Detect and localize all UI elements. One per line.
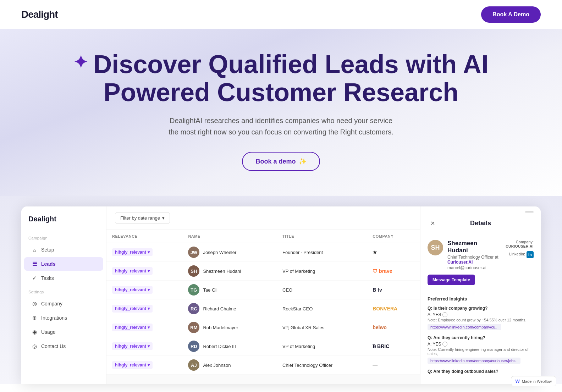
table-row[interactable]: hihgly_relevant ▾ AJ Alex Johnson Chief …: [106, 356, 420, 375]
profile-company-link[interactable]: Curiouser.AI: [447, 260, 473, 265]
company-icon: ◎: [31, 300, 38, 307]
insight-q-2: Q: Are they currently hiring?: [428, 335, 534, 340]
app-window: Dealight Campaign ⌂ Setup ☰ Leads ✓ Task…: [21, 206, 541, 384]
profile-role: Chief Technology Officer at Curiouser.AI: [447, 255, 498, 265]
sidebar-item-leads[interactable]: ☰ Leads: [24, 257, 103, 271]
hero-cta-emoji: ✨: [299, 158, 307, 165]
main-header: Filter by date range ▾: [106, 206, 420, 230]
sidebar-item-integrations[interactable]: ⊕ Integrations: [24, 311, 103, 325]
insight-q-3: Q: Are they doing outbound sales?: [428, 369, 534, 374]
cell-title: Founder · President: [277, 243, 367, 262]
info-icon-1: i: [442, 312, 447, 317]
company-name: ★: [373, 249, 377, 255]
dropdown-icon[interactable]: ▾: [148, 325, 150, 330]
insights-title: Preferred Insights: [428, 296, 534, 302]
table-row[interactable]: hihgly_relevant ▾ JW Joseph Wheeler Foun…: [106, 243, 420, 262]
person-name: Rob Madelmayer: [203, 325, 238, 330]
dropdown-icon[interactable]: ▾: [148, 306, 150, 311]
preferred-insights: Preferred Insights Q: Is their company g…: [420, 291, 541, 384]
dropdown-icon[interactable]: ▾: [148, 287, 150, 292]
table-row[interactable]: hihgly_relevant ▾ RC Richard Chalme Rock…: [106, 299, 420, 318]
message-template-button[interactable]: Message Template: [428, 275, 475, 285]
person-name: Robert Dickie III: [203, 344, 236, 349]
cell-name: RM Rob Madelmayer: [182, 318, 277, 337]
cell-title: CEO: [277, 281, 367, 299]
details-panel: ✕ Details SH Shezmeen Hudani Chief Techn…: [420, 206, 541, 384]
filter-label: Filter by date range: [120, 215, 160, 221]
meta-company-label: Company: CURIOUSER.AI: [503, 240, 534, 248]
dropdown-icon[interactable]: ▾: [148, 363, 150, 368]
details-header: ✕ Details: [420, 212, 541, 234]
webflow-badge: W Made in Webflow: [511, 376, 556, 386]
cell-relevance: hihgly_relevant ▾: [106, 281, 182, 299]
cell-name: RC Richard Chalme: [182, 299, 277, 318]
brand-logo: Dealight: [21, 9, 57, 20]
insight-note-1: Note: Employee count grew by ~54.55% ove…: [428, 318, 534, 322]
sidebar-section-settings: Settings: [21, 286, 106, 296]
table-row[interactable]: hihgly_relevant ▾ TG Tae Gil CEO B tv: [106, 281, 420, 299]
insight-answer-2: A: YES: [428, 342, 441, 347]
cell-relevance: hihgly_relevant ▾: [106, 337, 182, 356]
table-row[interactable]: hihgly_relevant ▾ RD Robert Dickie III V…: [106, 337, 420, 356]
hero-section: ✦ Discover Qualified Leads with AI Power…: [0, 29, 562, 199]
person-name: Tae Gil: [203, 287, 217, 293]
hero-subtitle: DealightAI researches and identifies com…: [28, 115, 534, 138]
details-title: Details: [470, 220, 491, 227]
sidebar-label-leads: Leads: [41, 261, 55, 267]
col-header-relevance: RELEVANCE: [106, 230, 182, 243]
book-demo-button[interactable]: Book A Demo: [481, 6, 541, 23]
company-name: B tv: [373, 287, 382, 293]
person-name: Richard Chalme: [203, 306, 236, 311]
main-content: Filter by date range ▾ RELEVANCE NAME TI…: [106, 206, 420, 384]
cell-title: RockStar CEO: [277, 299, 367, 318]
cell-relevance: hihgly_relevant ▾: [106, 299, 182, 318]
insight-link-2[interactable]: https://www.linkedin.com/company/curlous…: [428, 358, 520, 364]
insight-note-2: Note: Currently hiring engineering manag…: [428, 347, 534, 356]
hero-title-line2: Powered Customer Research: [104, 78, 458, 106]
filter-button[interactable]: Filter by date range ▾: [115, 212, 170, 224]
contact-icon: ◎: [31, 343, 38, 349]
dropdown-icon[interactable]: ▾: [148, 344, 150, 349]
sidebar-label-contact-us: Contact Us: [41, 343, 66, 349]
relevance-badge: hihgly_relevant ▾: [112, 267, 153, 275]
profile-avatar: SH: [428, 240, 443, 255]
sidebar-item-company[interactable]: ◎ Company: [24, 297, 103, 310]
sidebar-item-setup[interactable]: ⌂ Setup: [24, 243, 103, 256]
person-name: Joseph Wheeler: [203, 250, 236, 255]
col-header-company: COMPANY: [367, 230, 420, 243]
company-value-text: CURIOUSER.AI: [506, 244, 534, 248]
person-name: Alex Johnson: [203, 363, 231, 368]
sidebar-item-contact-us[interactable]: ◎ Contact Us: [24, 339, 103, 353]
company-name: 𝐁 BRIC: [373, 343, 389, 349]
hero-cta-button[interactable]: Book a demo ✨: [242, 152, 320, 171]
linkedin-icon[interactable]: in: [527, 251, 534, 258]
insight-link-1[interactable]: https://www.linkedin.com/company/cu...: [428, 324, 501, 330]
close-icon[interactable]: ✕: [428, 218, 437, 228]
sidebar-label-setup: Setup: [41, 247, 54, 253]
row-avatar: SH: [188, 265, 199, 277]
row-avatar: JW: [188, 247, 199, 258]
tasks-icon: ✓: [31, 275, 38, 281]
webflow-logo-icon: W: [516, 379, 520, 384]
table-row[interactable]: hihgly_relevant ▾ SH Shezmeen Hudani VP …: [106, 262, 420, 281]
cell-relevance: hihgly_relevant ▾: [106, 356, 182, 375]
cell-company: 🛡 brave: [367, 262, 420, 281]
col-header-name: NAME: [182, 230, 277, 243]
company-name: belwo: [373, 325, 387, 330]
insight-a-1: A: YES i: [428, 312, 534, 317]
dropdown-icon[interactable]: ▾: [148, 250, 150, 255]
insight-item-3: Q: Are they doing outbound sales?: [428, 369, 534, 374]
row-avatar: AJ: [188, 359, 199, 371]
sidebar-item-usage[interactable]: ◉ Usage: [24, 325, 103, 339]
cell-title: VP of Marketing: [277, 337, 367, 356]
sidebar-item-tasks[interactable]: ✓ Tasks: [24, 271, 103, 285]
cell-name: RD Robert Dickie III: [182, 337, 277, 356]
hero-title-line1: Discover Qualified Leads with AI: [93, 50, 489, 78]
dropdown-icon[interactable]: ▾: [148, 269, 150, 274]
table-row[interactable]: hihgly_relevant ▾ RM Rob Madelmayer VP, …: [106, 318, 420, 337]
info-icon-2: i: [442, 342, 447, 347]
cell-relevance: hihgly_relevant ▾: [106, 318, 182, 337]
profile-role-text: Chief Technology Officer at: [447, 255, 498, 260]
navbar: Dealight Book A Demo: [0, 0, 562, 29]
linkedin-label: LinkedIn:: [509, 252, 525, 256]
